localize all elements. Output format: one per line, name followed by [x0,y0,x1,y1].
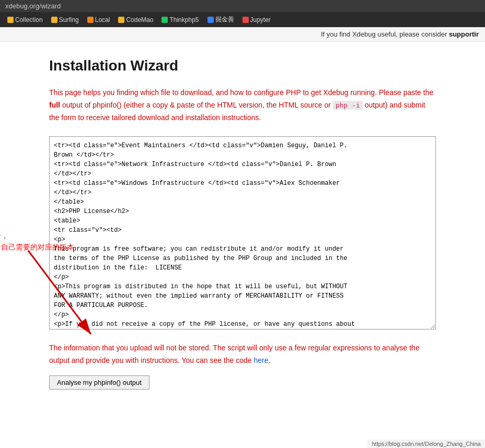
bookmark-jupyter[interactable]: Jupyter [239,15,274,25]
bookmark-icon-juejin [207,17,214,23]
bookmark-collection[interactable]: Collection [4,15,46,25]
intro-paragraph: This page helps you finding which file t… [49,87,436,124]
bookmark-local[interactable]: Local [84,15,113,25]
bookmark-icon-local [87,17,94,23]
main-content: Installation Wizard This page helps you … [39,42,446,410]
page-wrapper: Installation Wizard This page helps you … [0,42,485,410]
bookmark-label-jupyter: Jupyter [250,16,271,23]
page-title: Installation Wizard [49,57,436,74]
bookmark-icon-collection [7,17,14,23]
notice-bar: If you find Xdebug useful, please consid… [0,27,485,42]
bookmark-juejin[interactable]: 掘金善 [204,14,237,25]
bookmark-surfing[interactable]: Surfing [48,15,82,25]
bookmark-label-thinkphp5: Thinkphp5 [169,16,199,23]
bookmark-icon-codemao [118,17,124,23]
address-url: xdebug.org/wizard [5,2,61,10]
annotation-container: 点击，查看自己需要的对应的版本 [0,230,74,257]
bookmark-label-surfing: Surfing [59,16,79,23]
intro-text-1: This page helps you finding which file t… [49,88,433,97]
bookmark-label-collection: Collection [15,16,43,23]
bookmark-icon-jupyter [243,17,249,23]
annotation-arrow [0,251,122,355]
browser-chrome: xdebug.org/wizard CollectionSurfingLocal… [0,0,485,27]
intro-text-2: output of phpinfo() (either a copy & pas… [60,101,333,109]
bookmark-label-codemao: CodeMao [126,16,153,23]
here-link[interactable]: here [254,356,269,364]
notice-text: If you find Xdebug useful, please consid… [321,30,449,38]
annotation-text: 点击，查看自己需要的对应的版本 [0,230,74,253]
bookmark-label-juejin: 掘金善 [215,15,234,24]
svg-line-1 [28,251,91,334]
bookmark-icon-surfing [51,17,57,23]
bookmark-thinkphp5[interactable]: Thinkphp5 [158,15,202,25]
support-link[interactable]: supportir [449,30,479,38]
intro-bold: full [49,101,60,109]
bookmark-icon-thinkphp5 [161,17,168,23]
bookmarks-bar: CollectionSurfingLocalCodeMaoThinkphp5掘金… [0,12,485,27]
address-bar: xdebug.org/wizard [0,0,485,12]
bookmark-codemao[interactable]: CodeMao [115,15,156,25]
intro-code: php -i [333,101,363,110]
analyse-button[interactable]: Analyse my phpinfo() output [49,375,149,390]
bookmark-label-local: Local [95,16,110,23]
